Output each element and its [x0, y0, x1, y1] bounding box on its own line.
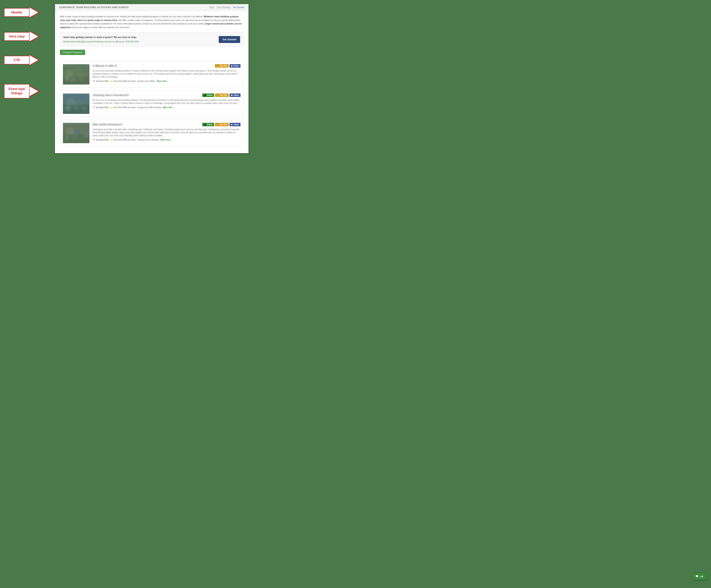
svg-rect-0 — [63, 64, 89, 85]
badge-ipads-2: 📱 iPads — [202, 93, 214, 97]
listing-title-1[interactable]: A Minute to Win It — [93, 64, 213, 67]
chat-icon: 💬 — [695, 575, 698, 578]
intro-text: With a wide range of team building activ… — [60, 15, 243, 29]
annotation-cta: CTA — [4, 56, 29, 65]
listing-title-2[interactable]: Amazing Race Knockout!!! — [93, 93, 200, 97]
listing-title-3[interactable]: Bike Build Donation!!! — [93, 123, 200, 126]
listing-more-link-3[interactable]: More info > — [160, 139, 172, 141]
svg-point-15 — [82, 106, 87, 111]
content-area: With a wide range of team building activ… — [55, 11, 249, 153]
annotation-arrow-intro — [29, 31, 40, 42]
svg-point-2 — [72, 67, 82, 78]
svg-rect-9 — [63, 93, 89, 114]
svg-point-13 — [65, 105, 71, 111]
listing-meta-3: 📍 Australia Wide ⭐ From AUD $55 per head… — [93, 139, 240, 141]
location-icon-2: 📍 — [93, 106, 95, 109]
svg-rect-25 — [63, 123, 89, 143]
medal-icon-1: 🏅 — [216, 65, 219, 67]
listing-location-2: 📍 Australia Wide — [93, 106, 109, 109]
site-title: CORPORATE TEAM BUILDING ACTIVITIES AND E… — [59, 6, 129, 8]
badge-video-3: ▶ Video — [230, 123, 240, 126]
listing-desc-3: Participants assemble a full bike while … — [93, 128, 240, 137]
cta-box: Need help getting started or want a quot… — [60, 32, 243, 46]
svg-point-10 — [67, 98, 76, 107]
location-icon-1: 📍 — [93, 80, 95, 82]
badge-topten-2: 🏅 Top Ten — [215, 93, 229, 97]
listing-image-2 — [63, 93, 89, 114]
listing-item-1: A Minute to Win It 🏅 Top Ten ▶ Video — [60, 61, 243, 88]
listing-content-1: A Minute to Win It 🏅 Top Ten ▶ Video — [93, 64, 240, 85]
listing-location-1: 📍 Australia Wide — [93, 80, 109, 82]
annotation-intro: Intro copy — [4, 32, 29, 41]
medal-icon-2: 🏅 — [216, 94, 219, 96]
svg-point-14 — [73, 104, 80, 111]
listing-img-placeholder-2 — [63, 93, 89, 114]
listing-header-3: Bike Build Donation!!! 📱 iPads 🏅 Top Ten — [93, 123, 240, 126]
chat-widget[interactable]: 💬 us — [692, 573, 707, 580]
badge-video-1: ▶ Video — [230, 64, 240, 68]
listing-content-2: Amazing Race Knockout!!! 📱 iPads 🏅 Top T… — [93, 93, 240, 114]
annotation-listings-label: Event typelistings — [8, 87, 25, 95]
svg-point-1 — [65, 70, 73, 79]
svg-point-6 — [70, 77, 76, 83]
listing-img-placeholder-3 — [63, 123, 89, 143]
star-icon-1: ⭐ — [110, 80, 113, 82]
compare-programs-button[interactable]: Compare Programs — [60, 50, 85, 55]
video-icon-1: ▶ — [231, 65, 233, 67]
listing-desc-1: As one of the best team building activit… — [93, 69, 240, 79]
cta-phone[interactable]: 1300 663 003 — [125, 40, 138, 43]
listing-item-3: Bike Build Donation!!! 📱 iPads 🏅 Top Ten — [60, 120, 243, 146]
nav-get-started[interactable]: Get Started — [233, 6, 244, 8]
nav-blog[interactable]: Blog — [210, 6, 214, 8]
site-header: CORPORATE TEAM BUILDING ACTIVITIES AND E… — [55, 4, 249, 11]
listing-price-2: ⭐ From AUD $55 per head — [110, 106, 135, 109]
listing-price-3: ⭐ From AUD $55 per head — [110, 139, 135, 141]
svg-rect-8 — [63, 64, 89, 85]
listing-group-2: Groups up to 500 min/max — [137, 106, 161, 109]
listing-price-1: ⭐ From AUD $55 per head — [110, 80, 135, 82]
annotation-arrow-listings — [29, 86, 40, 97]
badge-topten-3: 🏅 Top Ten — [215, 123, 229, 126]
main-content: CORPORATE TEAM BUILDING ACTIVITIES AND E… — [55, 4, 249, 153]
listing-group-3: Groups up to 5 min/max — [137, 139, 159, 141]
svg-point-23 — [80, 135, 85, 141]
badge-ipads-3: 📱 iPads — [202, 123, 214, 126]
svg-point-11 — [76, 101, 83, 108]
listing-location-3: 📍 Australia Wide — [93, 139, 109, 141]
svg-point-21 — [64, 135, 70, 140]
svg-point-18 — [66, 127, 74, 135]
get-started-button[interactable]: Get Started! — [219, 36, 240, 43]
listing-item-2: Amazing Race Knockout!!! 📱 iPads 🏅 Top T… — [60, 90, 243, 117]
svg-point-22 — [71, 134, 78, 140]
annotation-header: Header — [4, 8, 29, 17]
svg-rect-12 — [63, 105, 89, 114]
annotation-arrow-header — [29, 7, 40, 18]
video-icon-3: ▶ — [231, 124, 233, 126]
star-icon-2: ⭐ — [110, 106, 113, 109]
nav-team-building[interactable]: Team Building — [216, 6, 231, 8]
cta-text-content: Need help getting started or want a quot… — [63, 36, 139, 43]
video-icon-2: ▶ — [231, 94, 233, 96]
ipad-icon-2: 📱 — [204, 94, 206, 96]
listing-image-3 — [63, 123, 89, 143]
svg-point-19 — [74, 129, 83, 137]
cta-title: Need help getting started or want a quot… — [63, 36, 139, 39]
cta-subtitle: Email teambuilding@corporatechallenge.co… — [63, 40, 139, 43]
svg-rect-17 — [63, 123, 89, 143]
svg-rect-16 — [63, 93, 89, 114]
cta-email[interactable]: teambuilding@corporatechallenge.com.au — [70, 40, 112, 43]
annotation-arrow-cta — [29, 55, 40, 66]
listing-badges-3: 📱 iPads 🏅 Top Ten ▶ Video — [202, 123, 240, 126]
listing-more-link-1[interactable]: More info > — [157, 80, 168, 82]
medal-icon-3: 🏅 — [216, 124, 219, 126]
annotations-panel: Header Intro copy CTA Event typelistings — [4, 4, 53, 153]
listing-badges-1: 🏅 Top Ten ▶ Video — [215, 64, 240, 68]
listing-more-link-2[interactable]: More info > — [163, 106, 174, 109]
location-icon-3: 📍 — [93, 139, 95, 141]
listing-header-1: A Minute to Win It 🏅 Top Ten ▶ Video — [93, 64, 240, 68]
listing-img-placeholder-1 — [63, 64, 89, 85]
badge-video-2: ▶ Video — [230, 93, 240, 97]
listing-meta-1: 📍 Australia Wide ⭐ From AUD $55 per head… — [93, 80, 240, 82]
svg-rect-4 — [63, 77, 89, 85]
svg-rect-20 — [63, 135, 89, 143]
